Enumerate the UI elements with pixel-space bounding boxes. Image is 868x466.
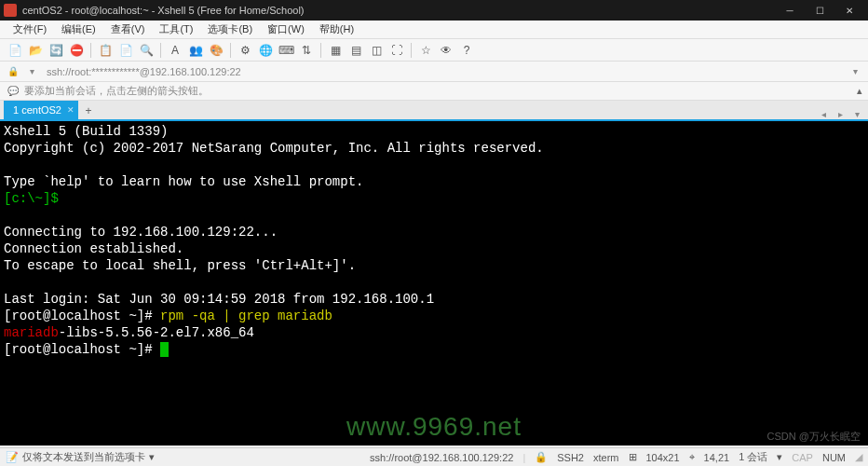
send-mode-label: 仅将文本发送到当前选项卡 <box>22 450 145 464</box>
separator <box>230 43 231 58</box>
app-icon <box>4 4 17 17</box>
resize-grip-icon[interactable]: ◢ <box>855 451 862 463</box>
terminal-line: Connecting to 192.168.100.129:22... <box>4 225 278 240</box>
terminal-line: Connection established. <box>4 241 183 256</box>
local-prompt: [c:\~]$ <box>4 191 59 206</box>
terminal-line: Last login: Sat Jun 30 09:14:59 2018 fro… <box>4 292 434 307</box>
find-icon[interactable]: 🔍 <box>137 41 156 60</box>
menu-bar: 文件(F) 编辑(E) 查看(V) 工具(T) 选项卡(B) 窗口(W) 帮助(… <box>0 21 868 39</box>
terminal-pane[interactable]: Xshell 5 (Build 1339) Copyright (c) 2002… <box>0 121 868 445</box>
maximize-button[interactable]: ☐ <box>805 0 834 21</box>
close-button[interactable]: ✕ <box>834 0 864 21</box>
term-size-label: 104x21 <box>646 452 680 463</box>
layout-icon[interactable]: ▦ <box>326 41 345 60</box>
tab-prev-icon[interactable]: ◂ <box>816 109 831 119</box>
session-count-label: 1 会话 <box>739 450 767 464</box>
size-icon: ⊞ <box>629 451 637 463</box>
users-icon[interactable]: 👥 <box>186 41 205 60</box>
session-tab[interactable]: 1 centOS2 ✕ <box>4 101 78 119</box>
copy-icon[interactable]: 📋 <box>96 41 115 60</box>
properties-icon[interactable]: ⚙ <box>236 41 254 60</box>
separator <box>90 43 91 58</box>
separator <box>160 43 161 58</box>
collapse-icon[interactable]: ▴ <box>857 85 862 97</box>
tab-close-icon[interactable]: ✕ <box>67 105 75 115</box>
num-lock-label: NUM <box>822 452 846 463</box>
output-text: -libs-5.5.56-2.el7.x86_64 <box>59 325 254 340</box>
help-icon[interactable]: ? <box>457 41 476 60</box>
tab-nav: ◂ ▸ ▾ <box>816 109 864 119</box>
menu-edit[interactable]: 编辑(E) <box>54 21 103 38</box>
new-session-icon[interactable]: 📄 <box>6 41 24 60</box>
protocol-label: SSH2 <box>557 452 584 463</box>
title-bar: centOS2 - root@localhost:~ - Xshell 5 (F… <box>0 0 868 21</box>
dropdown-icon[interactable]: ▾ <box>848 64 862 79</box>
menu-window[interactable]: 窗口(W) <box>260 21 312 38</box>
hint-text: 要添加当前会话，点击左侧的箭头按钮。 <box>24 84 209 98</box>
terminal-line: To escape to local shell, press 'Ctrl+Al… <box>4 258 356 273</box>
reconnect-icon[interactable]: 🔄 <box>47 41 65 60</box>
cursor-pos-label: 14,21 <box>704 452 730 463</box>
address-text[interactable]: ssh://root:************@192.168.100.129:… <box>43 66 844 77</box>
globe-icon[interactable]: 🌐 <box>256 41 275 60</box>
eye-icon[interactable]: 👁 <box>437 41 455 60</box>
tab-list-icon[interactable]: ▾ <box>849 109 864 119</box>
open-session-icon[interactable]: 📂 <box>26 41 45 60</box>
tile-icon[interactable]: ▤ <box>346 41 365 60</box>
status-bar: 📝 仅将文本发送到当前选项卡 ▾ ssh://root@192.168.100.… <box>0 447 868 466</box>
menu-file[interactable]: 文件(F) <box>6 21 54 38</box>
disconnect-icon[interactable]: ⛔ <box>67 41 86 60</box>
terminal-line: Copyright (c) 2002-2017 NetSarang Comput… <box>4 141 544 156</box>
info-icon: 💬 <box>6 84 20 99</box>
lock-icon: 🔒 <box>6 64 20 79</box>
terminal-line: Type `help' to learn how to use Xshell p… <box>4 174 363 189</box>
split-icon[interactable]: ◫ <box>367 41 386 60</box>
transfer-icon[interactable]: ⇅ <box>297 41 316 60</box>
shell-prompt: [root@localhost ~]# <box>4 308 160 323</box>
terminal-line: Xshell 5 (Build 1339) <box>4 124 168 139</box>
paste-icon[interactable]: 📄 <box>116 41 135 60</box>
cursor-icon: ⌖ <box>689 451 695 463</box>
menu-help[interactable]: 帮助(H) <box>312 21 361 38</box>
star-icon[interactable]: ☆ <box>416 41 435 60</box>
address-bar: 🔒 ▾ ssh://root:************@192.168.100.… <box>0 62 868 82</box>
tab-add-icon[interactable]: + <box>80 103 97 119</box>
keyboard-icon[interactable]: ⌨ <box>277 41 295 60</box>
toolbar: 📄 📂 🔄 ⛔ 📋 📄 🔍 A 👥 🎨 ⚙ 🌐 ⌨ ⇅ ▦ ▤ ◫ ⛶ ☆ 👁 … <box>0 39 868 62</box>
font-icon[interactable]: A <box>166 41 184 60</box>
separator <box>320 43 321 58</box>
hint-bar: 💬 要添加当前会话，点击左侧的箭头按钮。 ▴ <box>0 82 868 101</box>
lock-icon: 🔒 <box>535 451 548 463</box>
cap-lock-label: CAP <box>792 452 813 463</box>
tab-label: 1 centOS2 <box>13 104 61 116</box>
tab-bar: 1 centOS2 ✕ + ◂ ▸ ▾ <box>0 101 868 121</box>
dropdown-icon[interactable]: ▾ <box>149 451 155 463</box>
connection-status: ssh://root@192.168.100.129:22 <box>370 452 513 463</box>
dropdown-icon[interactable]: ▾ <box>24 64 39 79</box>
minimize-button[interactable]: ─ <box>775 0 805 21</box>
menu-tabs[interactable]: 选项卡(B) <box>200 21 260 38</box>
command-text: rpm -qa | grep mariadb <box>160 308 332 323</box>
cursor-icon <box>160 342 169 357</box>
term-type-label: xterm <box>593 452 619 463</box>
menu-tools[interactable]: 工具(T) <box>152 21 200 38</box>
dropdown-icon[interactable]: ▾ <box>777 451 782 463</box>
tab-next-icon[interactable]: ▸ <box>833 109 848 119</box>
window-title: centOS2 - root@localhost:~ - Xshell 5 (F… <box>22 5 304 16</box>
send-mode-icon[interactable]: 📝 <box>6 451 19 463</box>
color-icon[interactable]: 🎨 <box>207 41 225 60</box>
menu-view[interactable]: 查看(V) <box>103 21 153 38</box>
grep-match: mariadb <box>4 325 59 340</box>
shell-prompt: [root@localhost ~]# <box>4 342 160 357</box>
fullscreen-icon[interactable]: ⛶ <box>387 41 406 60</box>
separator <box>411 43 412 58</box>
